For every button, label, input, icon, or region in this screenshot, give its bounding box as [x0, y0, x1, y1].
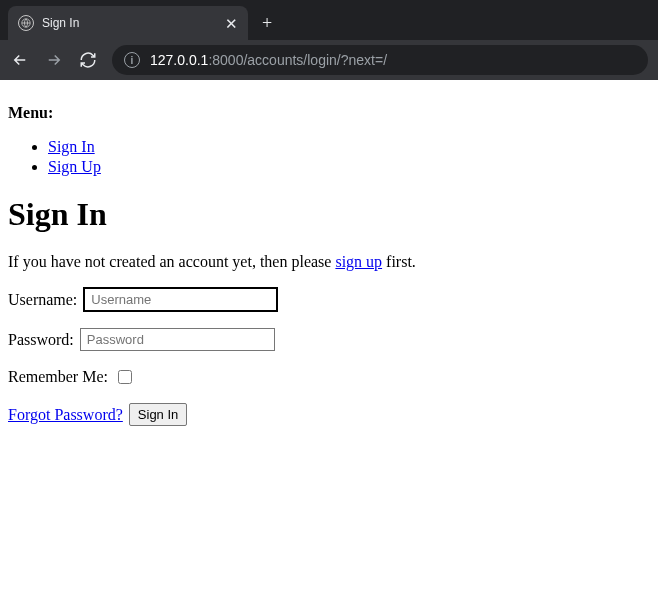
username-label: Username:	[8, 291, 77, 309]
list-item: Sign Up	[48, 158, 650, 176]
forward-button[interactable]	[44, 50, 64, 70]
forgot-password-link[interactable]: Forgot Password?	[8, 406, 123, 424]
url-text: 127.0.0.1:8000/accounts/login/?next=/	[150, 52, 387, 68]
remember-label: Remember Me:	[8, 368, 108, 386]
username-input[interactable]	[83, 287, 278, 312]
url-path: :8000/accounts/login/?next=/	[208, 52, 387, 68]
password-input[interactable]	[80, 328, 275, 351]
remember-row: Remember Me:	[8, 367, 650, 387]
actions-row: Forgot Password? Sign In	[8, 403, 650, 426]
helper-prefix: If you have not created an account yet, …	[8, 253, 335, 270]
signin-button[interactable]: Sign In	[129, 403, 187, 426]
reload-button[interactable]	[78, 50, 98, 70]
menu-list: Sign In Sign Up	[8, 138, 650, 176]
signup-link[interactable]: sign up	[335, 253, 382, 270]
browser-tab[interactable]: Sign In ✕	[8, 6, 248, 40]
url-host: 127.0.0.1	[150, 52, 208, 68]
menu-signup-link[interactable]: Sign Up	[48, 158, 101, 175]
close-icon[interactable]: ✕	[225, 16, 238, 31]
username-row: Username:	[8, 287, 650, 312]
tab-strip: Sign In ✕ +	[0, 0, 658, 40]
menu-signin-link[interactable]: Sign In	[48, 138, 95, 155]
url-bar[interactable]: i 127.0.0.1:8000/accounts/login/?next=/	[112, 45, 648, 75]
back-button[interactable]	[10, 50, 30, 70]
new-tab-button[interactable]: +	[248, 6, 286, 40]
tab-title: Sign In	[42, 16, 79, 30]
globe-icon	[18, 15, 34, 31]
page-title: Sign In	[8, 196, 650, 233]
page-content: Menu: Sign In Sign Up Sign In If you hav…	[0, 80, 658, 450]
helper-suffix: first.	[382, 253, 416, 270]
remember-checkbox[interactable]	[118, 370, 132, 384]
browser-toolbar: i 127.0.0.1:8000/accounts/login/?next=/	[0, 40, 658, 80]
browser-chrome: Sign In ✕ + i 127.0.0.1:8000/accounts/lo…	[0, 0, 658, 80]
menu-label: Menu:	[8, 104, 650, 122]
password-label: Password:	[8, 331, 74, 349]
info-icon[interactable]: i	[124, 52, 140, 68]
helper-text: If you have not created an account yet, …	[8, 253, 650, 271]
list-item: Sign In	[48, 138, 650, 156]
password-row: Password:	[8, 328, 650, 351]
